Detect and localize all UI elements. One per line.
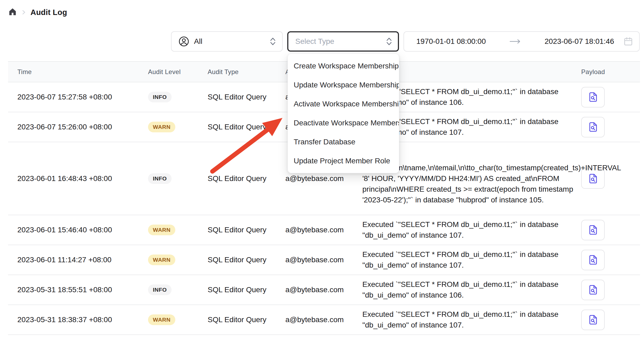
page-title: Audit Log [30, 8, 67, 17]
audit-type-cell: SQL Editor Query [208, 305, 285, 335]
person-circle-icon [178, 36, 190, 47]
column-header-audit-level: Audit Level [148, 61, 208, 82]
date-range-start: 1970-01-01 08:00:00 [416, 37, 486, 46]
filter-bar: All Select Type 1970-01-01 08:00:00 2023… [171, 31, 640, 52]
time-cell: 2023-06-01 16:48:43 +08:00 [8, 142, 148, 215]
audit-level-badge: INFO [148, 284, 172, 295]
type-dropdown-menu: Create Workspace Membership Update Works… [288, 53, 399, 173]
time-cell: 2023-06-07 15:26:00 +08:00 [8, 112, 148, 142]
payload-file-icon [587, 91, 599, 103]
payload-view-button[interactable] [581, 310, 605, 330]
home-breadcrumb-link[interactable] [8, 7, 17, 17]
breadcrumb: Audit Log [8, 6, 67, 19]
chevron-updown-icon [269, 37, 276, 46]
time-cell: 2023-06-07 15:27:58 +08:00 [8, 82, 148, 112]
payload-view-button[interactable] [581, 250, 605, 270]
actor-filter-select[interactable]: All [171, 31, 283, 52]
comment-cell: Executed `"SELECT * FROM db_ui_demo.t1;"… [362, 275, 581, 305]
audit-level-badge: WARN [148, 255, 175, 265]
audit-level-badge: WARN [148, 314, 175, 325]
payload-file-icon [587, 224, 599, 236]
table-row: 2023-05-31 18:38:37 +08:00 WARN SQL Edit… [8, 305, 640, 335]
audit-level-badge: WARN [148, 225, 175, 235]
payload-view-button[interactable] [581, 220, 605, 240]
type-dropdown-option[interactable]: Transfer Database [288, 132, 399, 151]
time-cell: 2023-05-31 18:38:37 +08:00 [8, 305, 148, 335]
actor-cell: a@bytebase.com [285, 245, 362, 275]
type-dropdown-option[interactable]: Activate Workspace Membership [288, 94, 399, 113]
time-cell: 2023-06-01 11:14:27 +08:00 [8, 245, 148, 275]
time-cell: 2023-06-01 15:46:40 +08:00 [8, 215, 148, 245]
audit-level-badge: INFO [148, 173, 172, 184]
audit-type-cell: SQL Editor Query [208, 82, 285, 112]
payload-file-icon [587, 121, 599, 133]
type-dropdown-option[interactable]: Deactivate Workspace Membership [288, 113, 399, 132]
chevron-updown-icon [386, 37, 393, 46]
column-header-audit-type: Audit Type [208, 61, 285, 82]
payload-file-icon [587, 314, 599, 325]
chevron-right-icon [21, 9, 27, 16]
payload-view-button[interactable] [581, 280, 605, 300]
type-dropdown-option[interactable]: Create Workspace Membership [288, 56, 399, 75]
payload-file-icon [587, 254, 599, 265]
table-row: 2023-06-01 15:46:40 +08:00 WARN SQL Edit… [8, 215, 640, 245]
payload-file-icon [587, 173, 599, 184]
arrow-right-icon [509, 38, 521, 45]
audit-level-badge: INFO [148, 92, 172, 102]
actor-filter-value: All [194, 37, 202, 46]
audit-type-cell: SQL Editor Query [208, 215, 285, 245]
audit-type-cell: SQL Editor Query [208, 245, 285, 275]
column-header-time: Time [8, 61, 148, 82]
audit-type-cell: SQL Editor Query [208, 275, 285, 305]
type-filter-select[interactable]: Select Type [287, 31, 399, 52]
table-row: 2023-05-31 18:55:51 +08:00 INFO SQL Edit… [8, 275, 640, 305]
actor-cell: a@bytebase.com [285, 305, 362, 335]
comment-cell: Executed `"SELECT * FROM db_ui_demo.t1;"… [362, 245, 581, 275]
time-cell: 2023-05-31 18:55:51 +08:00 [8, 275, 148, 305]
audit-type-cell: SQL Editor Query [208, 142, 285, 215]
type-dropdown-option[interactable]: Update Workspace Membership [288, 75, 399, 94]
audit-type-cell: SQL Editor Query [208, 112, 285, 142]
type-dropdown-option[interactable]: Update Project Member Role [288, 151, 399, 170]
audit-level-badge: WARN [148, 122, 175, 132]
date-range-end: 2023-06-07 18:01:46 [545, 37, 614, 46]
column-header-payload: Payload [581, 61, 640, 82]
comment-cell: Executed `"SELECT * FROM db_ui_demo.t1;"… [362, 215, 581, 245]
date-range-picker[interactable]: 1970-01-01 08:00:00 2023-06-07 18:01:46 [404, 31, 640, 52]
payload-file-icon [587, 284, 599, 295]
home-icon [8, 7, 17, 16]
comment-cell: Executed `"SELECT * FROM db_ui_demo.t1;"… [362, 305, 581, 335]
payload-view-button[interactable] [581, 87, 605, 107]
payload-view-button[interactable] [581, 117, 605, 137]
calendar-icon [623, 36, 633, 47]
table-row: 2023-06-01 11:14:27 +08:00 WARN SQL Edit… [8, 245, 640, 275]
actor-cell: a@bytebase.com [285, 275, 362, 305]
type-filter-placeholder: Select Type [295, 37, 334, 46]
actor-cell: a@bytebase.com [285, 215, 362, 245]
